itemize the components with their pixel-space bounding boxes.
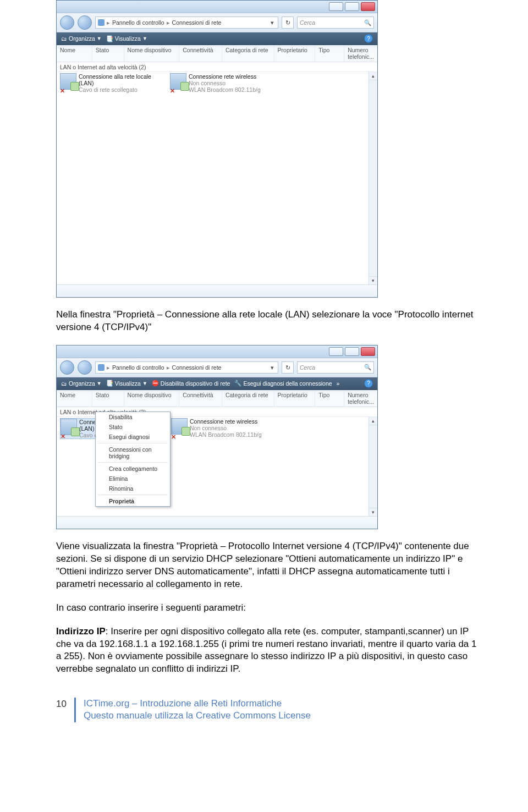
titlebar — [57, 345, 377, 358]
column-headers[interactable]: Nome Stato Nome dispositivo Connettività… — [57, 45, 377, 62]
organize-button[interactable]: 🗂 Organizza ▼ — [61, 380, 102, 387]
col-category[interactable]: Categoria di rete — [222, 45, 274, 62]
chevron-down-icon: ▼ — [97, 381, 102, 386]
location-icon — [98, 19, 105, 26]
screenshot-network-context-menu: ▸ Pannello di controllo ▸ Connessioni di… — [56, 345, 378, 529]
forward-button[interactable] — [78, 360, 92, 375]
maximize-button[interactable] — [345, 2, 359, 11]
refresh-button[interactable]: ↻ — [282, 361, 294, 374]
col-phone[interactable]: Numero telefonic... — [344, 390, 377, 407]
search-input[interactable]: Cerca 🔍 — [297, 361, 374, 374]
minimize-button[interactable] — [329, 347, 343, 356]
ip-text: : Inserire per ogni dispositivo collegat… — [56, 626, 477, 674]
diagnose-button[interactable]: 🔧 Esegui diagnosi della connessione — [234, 380, 332, 387]
address-dropdown-icon[interactable]: ▾ — [269, 364, 276, 371]
scroll-up-icon[interactable]: ▴ — [369, 417, 377, 425]
address-dropdown-icon[interactable]: ▾ — [269, 19, 276, 26]
col-owner[interactable]: Proprietario — [274, 390, 316, 407]
chevron-right-icon: ▸ — [167, 19, 170, 26]
views-icon: 📑 — [106, 35, 113, 42]
wlan-device: WLAN Broadcom 802.11b/g — [190, 431, 262, 438]
col-status[interactable]: Stato — [92, 390, 124, 407]
ctx-shortcut[interactable]: Crea collegamento — [96, 464, 170, 474]
disconnected-icon: ✕ — [61, 433, 67, 440]
help-button[interactable]: ? — [364, 379, 373, 388]
crumb-control-panel[interactable]: Pannello di controllo — [112, 364, 164, 371]
footer-divider — [74, 698, 76, 722]
disconnected-icon: ✕ — [60, 87, 67, 94]
diagnose-icon: 🔧 — [234, 380, 241, 387]
search-placeholder: Cerca — [300, 19, 315, 26]
back-button[interactable] — [60, 360, 74, 375]
ctx-diagnose[interactable]: Esegui diagnosi — [96, 432, 170, 442]
crumb-network-connections[interactable]: Connessioni di rete — [172, 19, 222, 26]
toolbar-overflow[interactable]: » — [337, 380, 340, 387]
scroll-up-icon[interactable]: ▴ — [369, 72, 377, 80]
ctx-delete[interactable]: Elimina — [96, 474, 170, 484]
close-button[interactable] — [361, 2, 375, 11]
refresh-button[interactable]: ↻ — [282, 17, 294, 29]
organize-icon: 🗂 — [61, 380, 67, 387]
search-icon: 🔍 — [364, 364, 371, 371]
wlan-status: Non connesso — [189, 80, 261, 86]
col-type[interactable]: Tipo — [315, 390, 344, 407]
organize-button[interactable]: 🗂 Organizza ▼ — [61, 35, 102, 42]
wlan-item[interactable]: ✕ Connessione rete wireless Non connesso… — [170, 73, 274, 93]
disable-device-button[interactable]: ⛔ Disabilita dispositivo di rete — [152, 380, 230, 387]
minimize-button[interactable] — [329, 2, 343, 11]
col-category[interactable]: Categoria di rete — [222, 390, 274, 407]
paragraph-4: Indirizzo IP: Inserire per ogni disposit… — [56, 626, 484, 676]
help-button[interactable]: ? — [364, 34, 373, 43]
crumb-network-connections[interactable]: Connessioni di rete — [172, 364, 222, 371]
breadcrumb[interactable]: ▸ Pannello di controllo ▸ Connessioni di… — [95, 17, 278, 29]
col-name[interactable]: Nome — [57, 45, 92, 62]
col-connectivity[interactable]: Connettività — [179, 390, 222, 407]
col-status[interactable]: Stato — [92, 45, 124, 62]
toolbar: 🗂 Organizza ▼ 📑 Visualizza ▼ ? — [57, 32, 377, 45]
chevron-down-icon: ▼ — [97, 36, 102, 41]
search-input[interactable]: Cerca 🔍 — [297, 17, 374, 29]
views-button[interactable]: 📑 Visualizza ▼ — [106, 380, 147, 387]
forward-button[interactable] — [78, 15, 92, 30]
scroll-down-icon[interactable]: ▾ — [369, 276, 377, 284]
wlan-status: Non connesso — [190, 425, 262, 431]
paragraph-1: Nella finestra "Proprietà – Connessione … — [56, 309, 484, 334]
organize-icon: 🗂 — [61, 35, 67, 42]
col-device[interactable]: Nome dispositivo — [124, 45, 180, 62]
ctx-bridge[interactable]: Connessioni con bridging — [96, 445, 170, 461]
lan-item[interactable]: ✕ Connessione alla rete locale (LAN) Cav… — [60, 73, 164, 93]
page-number: 10 — [56, 698, 67, 710]
wlan-item[interactable]: ✕ Connessione rete wireless Non connesso… — [171, 418, 276, 439]
screenshot-network-connections: ▸ Pannello di controllo ▸ Connessioni di… — [56, 0, 378, 298]
column-headers[interactable]: Nome Stato Nome dispositivo Connettività… — [57, 390, 377, 407]
ctx-rename[interactable]: Rinomina — [96, 484, 170, 493]
col-type[interactable]: Tipo — [315, 45, 344, 62]
col-name[interactable]: Nome — [57, 390, 92, 407]
views-button[interactable]: 📑 Visualizza ▼ — [106, 35, 147, 42]
disconnected-icon: ✕ — [170, 87, 177, 94]
context-menu: Disabilita Stato Esegui diagnosi Conness… — [95, 412, 170, 507]
col-connectivity[interactable]: Connettività — [179, 45, 222, 62]
vertical-scrollbar[interactable]: ▴ ▾ — [369, 417, 377, 516]
lan-title: Connessione alla rete locale (LAN) — [79, 73, 164, 86]
refresh-icon: ↻ — [285, 19, 290, 26]
ctx-properties[interactable]: Proprietà — [96, 496, 170, 506]
breadcrumb[interactable]: ▸ Pannello di controllo ▸ Connessioni di… — [95, 361, 278, 374]
ctx-status[interactable]: Stato — [96, 422, 170, 432]
back-button[interactable] — [60, 15, 74, 30]
chevron-right-icon: ▸ — [107, 364, 110, 371]
ctx-disable[interactable]: Disabilita — [96, 412, 170, 422]
group-header[interactable]: LAN o Internet ad alta velocità (2) — [57, 62, 377, 72]
maximize-button[interactable] — [345, 347, 359, 356]
scroll-down-icon[interactable]: ▾ — [369, 508, 377, 516]
wlan-device: WLAN Broadcom 802.11b/g — [189, 86, 261, 93]
crumb-control-panel[interactable]: Pannello di controllo — [112, 19, 164, 26]
paragraph-3: In caso contrario inserire i seguenti pa… — [56, 602, 484, 615]
col-owner[interactable]: Proprietario — [274, 45, 316, 62]
col-phone[interactable]: Numero telefonic... — [344, 45, 377, 62]
disconnected-icon: ✕ — [171, 434, 178, 440]
col-device[interactable]: Nome dispositivo — [124, 390, 180, 407]
close-button[interactable] — [361, 347, 375, 356]
disable-icon: ⛔ — [152, 380, 159, 387]
vertical-scrollbar[interactable]: ▴ ▾ — [369, 72, 377, 284]
